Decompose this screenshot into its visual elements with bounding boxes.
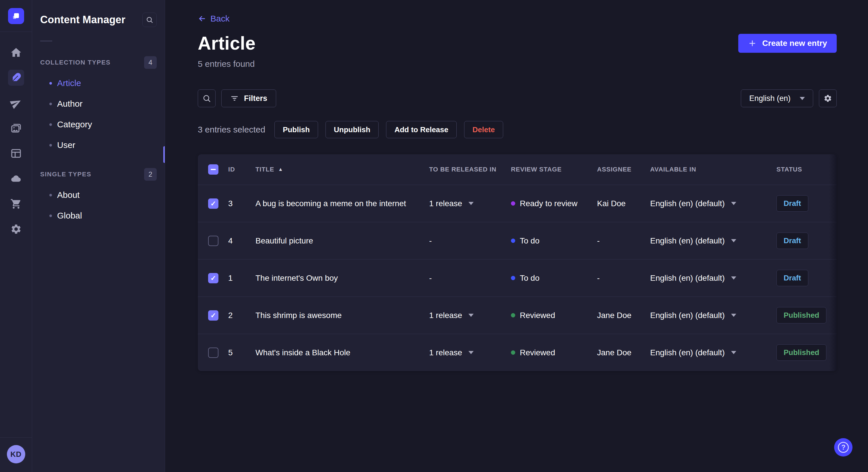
cloud-deploy-icon[interactable] <box>8 171 24 187</box>
row-checkbox[interactable] <box>208 310 218 321</box>
filter-icon <box>230 94 239 103</box>
releases-send-icon[interactable] <box>8 95 24 111</box>
table-row[interactable]: 3 A bug is becoming a meme on the intern… <box>198 185 837 222</box>
available-in-cell[interactable]: English (en) (default) <box>650 348 776 357</box>
chevron-down-icon <box>468 351 474 354</box>
sidebar-item-label: Global <box>57 211 82 221</box>
column-header-assignee[interactable]: ASSIGNEE <box>597 166 650 173</box>
rail-bottom-divider <box>0 437 32 438</box>
table-row[interactable]: 1 The internet's Own boy - To do - Engli… <box>198 259 837 297</box>
chevron-down-icon <box>468 314 474 317</box>
available-in-cell[interactable]: English (en) (default) <box>650 236 776 245</box>
view-settings-button[interactable] <box>819 90 837 107</box>
sidebar-item-global[interactable]: Global <box>40 205 157 226</box>
bullet-icon <box>50 103 52 105</box>
column-header-id[interactable]: ID <box>228 166 255 173</box>
sidebar-rule <box>40 41 52 41</box>
media-library-icon[interactable] <box>8 120 24 136</box>
create-new-entry-label: Create new entry <box>763 39 827 48</box>
column-header-status[interactable]: STATUS <box>776 166 826 173</box>
unpublish-button[interactable]: Unpublish <box>326 121 379 138</box>
help-button[interactable]: ? <box>834 438 852 457</box>
chevron-down-icon <box>468 202 474 205</box>
stage-dot-icon <box>511 276 515 280</box>
sidebar-item-label: User <box>57 140 75 150</box>
table-row[interactable]: 5 What's inside a Black Hole 1 release R… <box>198 334 837 371</box>
status-badge: Published <box>776 344 826 361</box>
stage-dot-icon <box>511 201 515 206</box>
available-in-cell[interactable]: English (en) (default) <box>650 311 776 320</box>
active-item-indicator <box>163 146 165 163</box>
assignee-cell: Jane Doe <box>597 348 650 357</box>
bullet-icon <box>50 144 52 146</box>
sidebar-item-author[interactable]: Author <box>40 94 157 114</box>
sidebar-title: Content Manager <box>40 14 125 26</box>
status-badge: Published <box>776 307 826 324</box>
sidebar-item-user[interactable]: User <box>40 135 157 156</box>
publish-button[interactable]: Publish <box>274 121 318 138</box>
home-icon[interactable] <box>8 44 24 61</box>
select-all-checkbox[interactable] <box>208 164 218 175</box>
release-cell[interactable]: 1 release <box>429 348 511 357</box>
entries-table: ID TITLE▲ TO BE RELEASED IN REVIEW STAGE… <box>198 154 837 371</box>
sidebar-item-category[interactable]: Category <box>40 114 157 135</box>
selection-summary: 3 entries selected <box>198 125 265 134</box>
status-badge: Draft <box>776 233 808 249</box>
strapi-logo-icon[interactable] <box>8 8 24 24</box>
release-cell[interactable]: - <box>429 236 511 245</box>
title-cell: This shrimp is awesome <box>255 311 429 320</box>
logo-glyph <box>11 11 21 21</box>
id-cell: 1 <box>228 274 255 283</box>
row-checkbox[interactable] <box>208 273 218 283</box>
column-header-title[interactable]: TITLE▲ <box>255 166 429 173</box>
locale-select[interactable]: English (en) <box>741 90 813 107</box>
table-search-button[interactable] <box>198 90 216 107</box>
back-label: Back <box>210 14 229 24</box>
content-manager-icon[interactable] <box>8 70 24 86</box>
content-type-builder-icon[interactable] <box>8 145 24 162</box>
stage-cell: To do <box>511 274 597 283</box>
search-icon <box>203 94 211 103</box>
entries-count-text: 5 entries found <box>198 59 255 69</box>
row-checkbox[interactable] <box>208 198 218 209</box>
bullet-icon <box>50 123 52 126</box>
chevron-down-icon <box>731 276 736 279</box>
marketplace-cart-icon[interactable] <box>8 196 24 212</box>
add-to-release-button[interactable]: Add to Release <box>386 121 457 138</box>
chevron-down-icon <box>731 314 736 317</box>
sort-ascending-icon: ▲ <box>278 167 283 172</box>
status-badge: Draft <box>776 270 808 286</box>
sidebar-search-button[interactable] <box>143 12 157 27</box>
avatar[interactable]: KD <box>7 445 25 463</box>
gear-icon <box>824 94 832 103</box>
column-header-released[interactable]: TO BE RELEASED IN <box>429 166 511 173</box>
assignee-cell: Kai Doe <box>597 199 650 208</box>
id-cell: 2 <box>228 311 255 320</box>
row-checkbox[interactable] <box>208 236 218 246</box>
back-arrow-icon <box>198 14 206 23</box>
release-cell[interactable]: - <box>429 274 511 283</box>
sidebar-item-article[interactable]: Article <box>40 73 157 94</box>
back-link[interactable]: Back <box>198 14 229 24</box>
table-row[interactable]: 4 Beautiful picture - To do - English (e… <box>198 222 837 259</box>
assignee-cell: - <box>597 274 650 283</box>
settings-gear-icon[interactable] <box>8 221 24 237</box>
column-header-stage[interactable]: REVIEW STAGE <box>511 166 597 173</box>
release-cell[interactable]: 1 release <box>429 311 511 320</box>
sidebar-item-about[interactable]: About <box>40 185 157 205</box>
stage-dot-icon <box>511 313 515 317</box>
create-new-entry-button[interactable]: Create new entry <box>738 34 837 53</box>
stage-cell: Ready to review <box>511 199 597 208</box>
delete-button[interactable]: Delete <box>464 121 503 138</box>
available-in-cell[interactable]: English (en) (default) <box>650 199 776 208</box>
id-cell: 4 <box>228 236 255 245</box>
filters-button[interactable]: Filters <box>221 90 276 107</box>
title-cell: What's inside a Black Hole <box>255 348 429 357</box>
available-in-cell[interactable]: English (en) (default) <box>650 274 776 283</box>
release-cell[interactable]: 1 release <box>429 199 511 208</box>
bullet-icon <box>50 194 52 196</box>
row-checkbox[interactable] <box>208 347 218 358</box>
sidebar-item-label: Category <box>57 120 92 129</box>
table-row[interactable]: 2 This shrimp is awesome 1 release Revie… <box>198 297 837 334</box>
column-header-available[interactable]: AVAILABLE IN <box>650 166 776 173</box>
